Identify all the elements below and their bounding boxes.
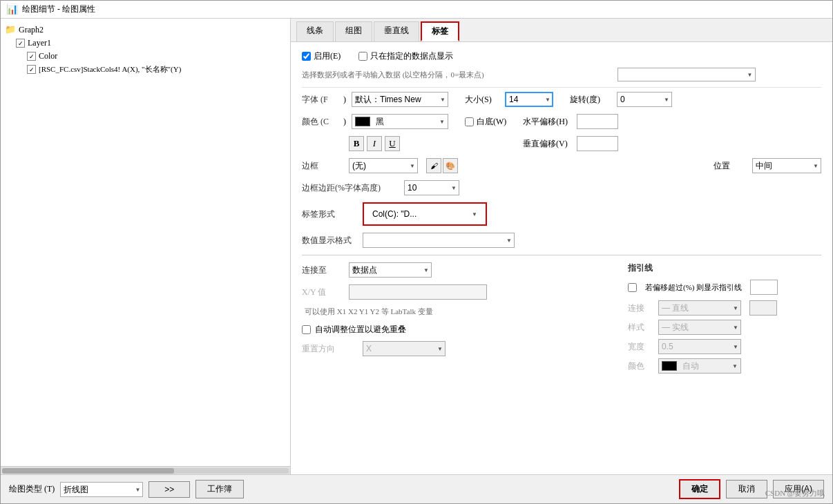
size-select-wrapper[interactable]: 14 (505, 92, 553, 107)
label-format-select-wrapper[interactable]: Col(C): "D... (370, 206, 480, 222)
tree-item-color[interactable]: Color (5, 50, 286, 63)
border-select-wrapper[interactable]: (无) (349, 158, 418, 173)
leader-show-input[interactable]: -1 (750, 280, 778, 295)
tab-vertical[interactable]: 垂直线 (374, 21, 419, 41)
rotate-label: 旋转(度) (570, 94, 611, 106)
left-scrollbar[interactable] (1, 466, 290, 474)
tree-item-graph2[interactable]: 📁 Graph2 (5, 23, 286, 37)
paint-icon-1[interactable]: 🖌 (426, 158, 441, 173)
font-paren-right: ) (343, 95, 346, 105)
italic-btn[interactable]: I (367, 136, 382, 151)
xy-input[interactable] (349, 284, 487, 300)
reset-dir-select[interactable]: X (363, 341, 446, 356)
confirm-btn[interactable]: 确定 (679, 479, 720, 499)
tree-area: 📁 Graph2 Layer1 Color [RSC_FC.csv]StackC… (1, 19, 290, 466)
underline-btn[interactable]: U (385, 136, 400, 151)
tab-line[interactable]: 线条 (296, 21, 334, 41)
size-label: 大小(S) (465, 94, 499, 106)
font-select[interactable]: 默认：Times New (352, 92, 448, 107)
font-select-wrapper[interactable]: 默认：Times New (352, 92, 448, 107)
border-padding-label: 边框边距(%字体高度) (302, 182, 399, 194)
enable-row: 启用(E) 只在指定的数据点显示 (302, 50, 821, 62)
enable-checkbox-item[interactable]: 启用(E) (302, 50, 341, 62)
checkbox-layer1[interactable] (16, 39, 25, 48)
position-select-wrapper[interactable]: 中间 (752, 158, 821, 173)
paint-icons: 🖌 🎨 (426, 158, 458, 173)
h-offset-label: 水平偏移(H) (523, 116, 571, 128)
leader-color-dd-arrow[interactable]: ▼ (732, 363, 738, 369)
position-label: 位置 (714, 160, 741, 172)
tree-label-layer1: Layer1 (28, 38, 51, 48)
graph-type-select[interactable]: 折线图 (60, 482, 143, 497)
leader-show-row: 若偏移超过(%) 则显示指引线 -1 (628, 280, 821, 295)
color-value: 黑 (376, 116, 437, 128)
tree-item-rsc[interactable]: [RSC_FC.csv]StackCols4! A(X), "长名称"(Y) (5, 63, 286, 76)
connect-select[interactable]: 数据点 (349, 262, 432, 278)
border-select[interactable]: (无) (349, 158, 418, 173)
leader-style-select-wrapper[interactable]: — 实线 (658, 320, 741, 335)
title-text: 绘图细节 - 绘图属性 (22, 3, 95, 15)
checkbox-rsc[interactable] (27, 65, 36, 74)
num-format-select[interactable] (363, 233, 515, 248)
position-select[interactable]: 中间 (752, 158, 821, 173)
leader-section-title: 指引线 (628, 262, 821, 274)
auto-adjust-checkbox[interactable] (302, 325, 311, 334)
leader-style-select[interactable]: — 实线 (658, 320, 741, 335)
border-label: 边框 (302, 160, 343, 172)
main-window: 📊 绘图细节 - 绘图属性 📁 Graph2 Layer1 Color (0, 0, 833, 504)
white-bg-label: 白底(W) (477, 116, 506, 128)
hint-text: 选择数据列或者手动输入数据 (以空格分隔，0=最末点) (302, 68, 821, 81)
border-row: 边框 (无) 🖌 🎨 位置 中间 (302, 158, 821, 173)
num-format-select-wrapper[interactable] (363, 233, 515, 248)
main-content: 📁 Graph2 Layer1 Color [RSC_FC.csv]StackC… (1, 19, 832, 474)
only-at-specified-item[interactable]: 只在指定的数据点显示 (358, 50, 453, 62)
rotate-select[interactable]: 0 (617, 92, 672, 107)
scrollbar-track[interactable] (2, 468, 289, 474)
checkbox-color[interactable] (27, 52, 36, 61)
arrows-btn[interactable]: >> (149, 481, 190, 498)
cancel-btn[interactable]: 取消 (726, 480, 767, 498)
border-padding-select-wrapper[interactable]: 10 (404, 180, 459, 195)
tree-label-graph2: Graph2 (19, 25, 44, 35)
rotate-select-wrapper[interactable]: 0 (617, 92, 672, 107)
reset-dir-label: 重置方向 (302, 343, 357, 355)
color-dropdown-arrow[interactable]: ▼ (439, 119, 445, 125)
leader-width-select-wrapper[interactable]: 0.5 (658, 339, 741, 354)
panel-content: 启用(E) 只在指定的数据点显示 选择数据列或者手动输入数据 (以空格分隔，0=… (291, 42, 832, 474)
scrollbar-thumb[interactable] (2, 468, 174, 474)
connect-row: 连接至 数据点 (302, 262, 614, 278)
tab-group[interactable]: 组图 (335, 21, 372, 41)
leader-connect-select-wrapper[interactable]: — 直线 (658, 300, 741, 316)
tab-label[interactable]: 标签 (421, 21, 459, 41)
border-padding-select[interactable]: 10 (404, 180, 459, 195)
only-at-specified-checkbox[interactable] (358, 52, 367, 61)
enable-checkbox[interactable] (302, 52, 311, 61)
watermark-text: CSDN @要努力哦 (765, 488, 825, 498)
workbook-btn[interactable]: 工作簿 (195, 480, 244, 498)
hint-select[interactable] (617, 68, 756, 81)
leader-color-picker[interactable]: 自动 ▼ (658, 358, 741, 374)
leader-connect-num[interactable]: 0 (749, 300, 777, 316)
bold-btn[interactable]: B (349, 136, 364, 151)
graph-type-select-wrapper[interactable]: 折线图 (60, 482, 143, 497)
leader-connect-select[interactable]: — 直线 (658, 300, 741, 316)
divider-1 (302, 87, 821, 88)
h-offset-input[interactable]: 0 (577, 114, 618, 129)
connect-select-wrapper[interactable]: 数据点 (349, 262, 432, 278)
v-offset-input[interactable]: 0 (577, 136, 618, 151)
leader-color-label: 颜色 (628, 360, 653, 372)
hint-select-wrapper[interactable] (617, 68, 756, 81)
label-format-select[interactable]: Col(C): "D... (370, 206, 480, 222)
white-bg-checkbox[interactable] (465, 117, 474, 126)
leader-color-row: 颜色 自动 ▼ (628, 358, 821, 374)
font-row: 字体 (F ) 默认：Times New 大小(S) 14 (302, 92, 821, 107)
tree-item-layer1[interactable]: Layer1 (5, 37, 286, 50)
paint-icon-2[interactable]: 🎨 (443, 158, 458, 173)
graph-type-label: 绘图类型 (T) (9, 483, 55, 495)
color-picker[interactable]: 黑 ▼ (352, 114, 448, 129)
leader-show-checkbox[interactable] (628, 283, 637, 292)
white-bg-item[interactable]: 白底(W) (465, 116, 506, 128)
reset-dir-select-wrapper[interactable]: X (363, 341, 446, 356)
leader-width-select[interactable]: 0.5 (658, 339, 741, 354)
size-select[interactable]: 14 (505, 92, 553, 107)
